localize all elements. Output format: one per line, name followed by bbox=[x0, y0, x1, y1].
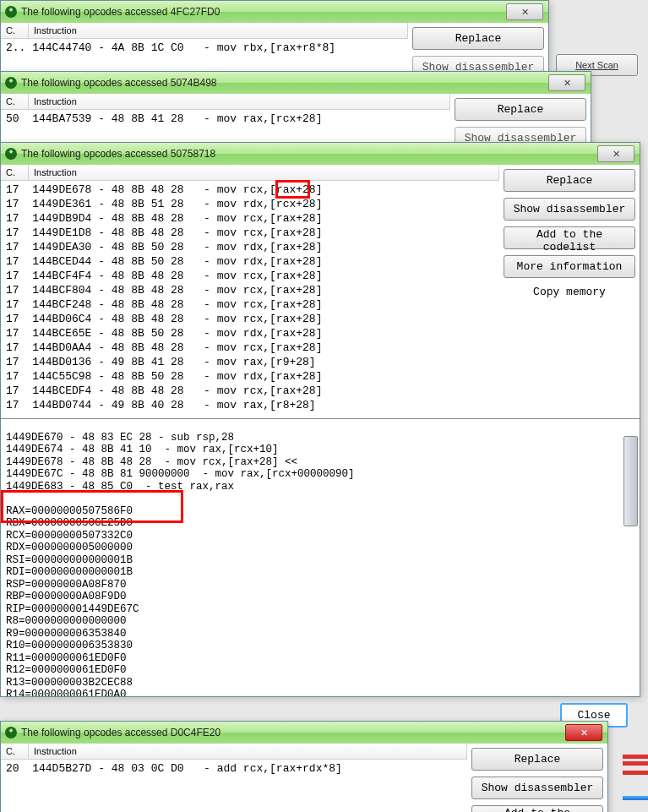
close-icon: ✕ bbox=[521, 7, 529, 18]
titlebar[interactable]: The following opcodes accessed 4FC27FD0 … bbox=[1, 1, 548, 23]
close-button[interactable]: ✕ bbox=[597, 145, 634, 162]
opcode-window-3: The following opcodes accessed 50758718 … bbox=[0, 142, 640, 697]
titlebar[interactable]: The following opcodes accessed 50758718 … bbox=[1, 143, 640, 165]
col-instruction-header[interactable]: Instruction bbox=[29, 94, 450, 109]
close-icon: ✕ bbox=[580, 728, 588, 738]
show-disassembler-button[interactable]: Show disassembler bbox=[471, 777, 603, 799]
replace-button[interactable]: Replace bbox=[412, 27, 544, 50]
titlebar[interactable]: The following opcodes accessed D0C4FE20 … bbox=[1, 722, 607, 744]
ce-icon bbox=[4, 5, 18, 19]
col-count-header[interactable]: C. bbox=[1, 23, 29, 38]
table-row[interactable]: 17 144BCEDF4 - 48 8B 48 28 - mov rcx,[ra… bbox=[1, 384, 499, 398]
col-instruction-header[interactable]: Instruction bbox=[29, 165, 499, 180]
close-icon: ✕ bbox=[564, 78, 571, 89]
table-row[interactable]: 17 144BCF4F4 - 48 8B 48 28 - mov rcx,[ra… bbox=[1, 269, 499, 283]
table-row[interactable]: 17 1449DE678 - 48 8B 48 28 - mov rcx,[ra… bbox=[1, 183, 499, 197]
scrollbar-thumb[interactable] bbox=[623, 436, 638, 526]
side-marker-red bbox=[623, 771, 648, 775]
add-codelist-button[interactable]: Add to the codelist bbox=[504, 226, 635, 249]
col-instruction-header[interactable]: Instruction bbox=[29, 23, 408, 38]
ce-icon bbox=[4, 76, 18, 90]
side-marker-blue bbox=[623, 796, 648, 800]
table-row[interactable]: 17 144BD0AA4 - 48 8B 48 28 - mov rcx,[ra… bbox=[1, 341, 499, 355]
replace-button[interactable]: Replace bbox=[504, 169, 635, 192]
add-codelist-button[interactable]: Add to the codelist bbox=[471, 805, 603, 812]
table-row[interactable]: 17 1449DB9D4 - 48 8B 48 28 - mov rcx,[ra… bbox=[1, 211, 499, 226]
table-row[interactable]: 17 144BCF248 - 48 8B 48 28 - mov rcx,[ra… bbox=[1, 297, 499, 312]
side-marker-red bbox=[623, 761, 648, 766]
window-title: The following opcodes accessed 4FC27FD0 bbox=[21, 6, 220, 18]
col-count-header[interactable]: C. bbox=[1, 94, 29, 109]
copy-memory-label: Copy memory bbox=[504, 284, 635, 300]
table-row[interactable]: 17 1449DE1D8 - 48 8B 48 28 - mov rcx,[ra… bbox=[1, 226, 499, 240]
window-title: The following opcodes accessed 5074B498 bbox=[21, 77, 217, 89]
table-row[interactable]: 50 144BA7539 - 48 8B 41 28 - mov rax,[rc… bbox=[1, 112, 450, 126]
table-row[interactable]: 20 144D5B27D - 48 03 0C D0 - add rcx,[ra… bbox=[1, 761, 467, 776]
col-count-header[interactable]: C. bbox=[1, 165, 29, 180]
close-button[interactable]: ✕ bbox=[548, 74, 585, 91]
table-row[interactable]: 2.. 144C44740 - 4A 8B 1C C0 - mov rbx,[r… bbox=[1, 41, 408, 55]
replace-button[interactable]: Replace bbox=[455, 98, 586, 121]
table-row[interactable]: 17 144BCF804 - 48 8B 48 28 - mov rcx,[ra… bbox=[1, 283, 499, 297]
table-row[interactable]: 17 144BD0136 - 49 8B 41 28 - mov rax,[r9… bbox=[1, 355, 499, 369]
col-instruction-header[interactable]: Instruction bbox=[29, 744, 467, 759]
ce-icon bbox=[4, 726, 18, 739]
side-marker-red bbox=[623, 755, 648, 759]
extra-info-text: 1449DE670 - 48 83 EC 28 - sub rsp,28 144… bbox=[6, 432, 355, 697]
table-row[interactable]: 17 144BCE65E - 48 8B 50 28 - mov rdx,[ra… bbox=[1, 326, 499, 341]
disassembly-info[interactable]: 1449DE670 - 48 83 EC 28 - sub rsp,28 144… bbox=[1, 418, 640, 696]
titlebar[interactable]: The following opcodes accessed 5074B498 … bbox=[1, 72, 591, 94]
window-title: The following opcodes accessed D0C4FE20 bbox=[21, 727, 221, 738]
table-row[interactable]: 17 1449DE361 - 48 8B 51 28 - mov rdx,[rc… bbox=[1, 197, 499, 211]
ce-icon bbox=[4, 147, 18, 161]
close-label: Close bbox=[577, 709, 610, 722]
instruction-table[interactable]: C. Instruction 17 1449DE678 - 48 8B 48 2… bbox=[1, 165, 499, 418]
window-title: The following opcodes accessed 50758718 bbox=[21, 148, 215, 160]
replace-button[interactable]: Replace bbox=[471, 748, 603, 771]
close-button[interactable]: ✕ bbox=[506, 3, 543, 20]
close-icon: ✕ bbox=[613, 149, 620, 160]
table-row[interactable]: 17 144BD0744 - 49 8B 40 28 - mov rax,[r8… bbox=[1, 398, 499, 412]
table-row[interactable]: 17 144BCED44 - 48 8B 50 28 - mov rdx,[ra… bbox=[1, 254, 499, 269]
close-button[interactable]: ✕ bbox=[565, 724, 602, 741]
more-info-button[interactable]: More information bbox=[504, 255, 635, 278]
table-row[interactable]: 17 1449DEA30 - 48 8B 50 28 - mov rdx,[ra… bbox=[1, 240, 499, 254]
table-row[interactable]: 17 144C55C98 - 48 8B 50 28 - mov rdx,[ra… bbox=[1, 369, 499, 384]
next-scan-label: Next Scan bbox=[575, 60, 618, 70]
instruction-table[interactable]: C. Instruction 20 144D5B27D - 48 03 0C D… bbox=[1, 744, 467, 812]
table-row[interactable]: 17 144BD06C4 - 48 8B 48 28 - mov rcx,[ra… bbox=[1, 312, 499, 326]
col-count-header[interactable]: C. bbox=[1, 744, 29, 759]
opcode-window-4: The following opcodes accessed D0C4FE20 … bbox=[0, 721, 608, 812]
show-disassembler-button[interactable]: Show disassembler bbox=[504, 198, 635, 221]
